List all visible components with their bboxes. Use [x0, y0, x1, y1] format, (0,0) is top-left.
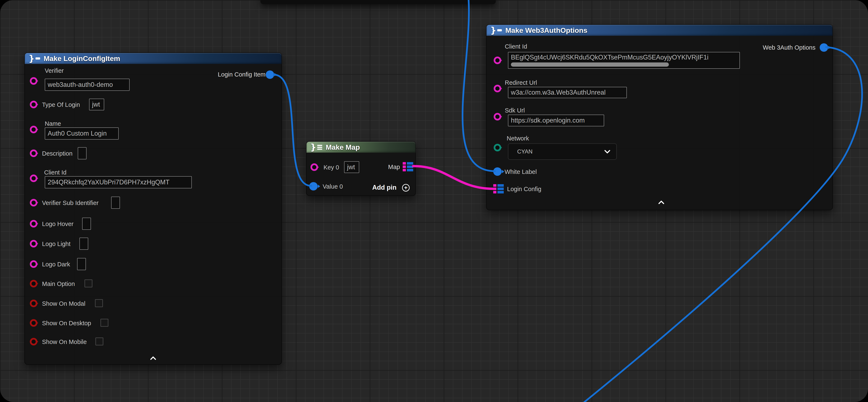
pin-verifier[interactable] — [30, 77, 37, 85]
textbox-verifier[interactable]: web3auth-auth0-demo — [45, 79, 130, 91]
textbox-verifier-sub-identifier[interactable] — [111, 197, 120, 209]
node-make-web3authoptions[interactable]: }Make Web3AuthOptionsClient IdBEglQSgt4c… — [486, 24, 833, 210]
checkbox-show-on-modal[interactable] — [95, 299, 103, 307]
label-type-of-login: Type Of Login — [42, 101, 80, 108]
map-pin-key-cell — [403, 166, 406, 168]
make-map-icon: } — [310, 143, 322, 151]
label-login-config-item: Login Config Item — [218, 71, 266, 78]
node-title: Make Map — [326, 143, 360, 151]
textbox-value: w3a://com.w3a.Web3AuthUnreal — [511, 89, 606, 96]
textbox-logo-hover[interactable] — [82, 218, 91, 230]
wire-make-map-map-to-make-web3authoptions-login-config[interactable] — [413, 166, 494, 189]
horizontal-scrollbar[interactable] — [511, 62, 669, 67]
label-name: Name — [45, 120, 61, 127]
map-pin-value-cell — [497, 184, 504, 187]
label-client-id: Client Id — [505, 43, 527, 50]
label-login-config: Login Config — [507, 185, 541, 193]
offscreen-node-fragment[interactable] — [260, 0, 496, 4]
label-sdk-url: Sdk Url — [505, 107, 525, 114]
label-value-0: Value 0 — [323, 183, 343, 190]
label-key-0: Key 0 — [323, 164, 339, 171]
struct-bar-glyph — [497, 29, 502, 31]
node-header-make-map[interactable]: }Make Map — [307, 142, 415, 153]
brace-glyph: } — [29, 54, 34, 63]
textbox-value: BEglQSgt4cUWcj6SKRdu5QkOXTsePmMcusG5EAoy… — [511, 54, 709, 61]
label-description: Description — [42, 150, 72, 157]
add-pin-button[interactable]: Add pin — [372, 184, 396, 191]
textbox-name[interactable]: Auth0 Custom Login — [45, 127, 119, 140]
textbox-logo-dark[interactable] — [77, 258, 86, 270]
checkbox-show-on-mobile[interactable] — [95, 338, 103, 345]
textbox-redirect-url[interactable]: w3a://com.w3a.Web3AuthUnreal — [508, 87, 627, 98]
pin-type-of-login[interactable] — [30, 101, 37, 108]
chevron-up-icon[interactable] — [658, 200, 664, 205]
pin-logo-hover[interactable] — [30, 220, 37, 228]
pin-redirect-url[interactable] — [494, 85, 501, 92]
pin-show-on-mobile[interactable] — [30, 338, 37, 345]
textbox-sdk-url[interactable]: https://sdk.openlogin.com — [508, 115, 604, 126]
pin-verifier-sub-identifier[interactable] — [30, 199, 37, 206]
list-line — [317, 147, 322, 148]
map-pin-key-cell — [493, 191, 496, 194]
textbox-logo-light[interactable] — [80, 237, 88, 250]
map-pin-key-cell — [403, 169, 406, 171]
label-logo-dark: Logo Dark — [42, 261, 70, 268]
pin-client-id[interactable] — [494, 57, 501, 64]
pin-map-map[interactable] — [403, 162, 413, 171]
struct-bar-glyph — [35, 57, 40, 59]
dropdown-network[interactable]: CYAN — [508, 143, 617, 160]
map-pin-key-cell — [493, 184, 496, 187]
pin-logo-light[interactable] — [30, 240, 37, 248]
pin-logo-dark[interactable] — [30, 260, 37, 268]
node-header-make-loginconfigitem[interactable]: }Make LoginConfigItem — [25, 53, 281, 64]
map-pin-key-cell — [403, 162, 406, 165]
node-make-map[interactable]: }Make MapKey 0jwtValue 0MapAdd pin+ — [306, 141, 416, 196]
textbox-value: 294QRkchfq2YaXUbPri7D6PH7xzHgQMT — [48, 178, 169, 186]
pin-show-on-modal[interactable] — [30, 299, 37, 307]
textbox-client-id[interactable]: 294QRkchfq2YaXUbPri7D6PH7xzHgQMT — [45, 176, 192, 189]
label-verifier-sub-identifier: Verifier Sub Identifier — [42, 200, 98, 206]
make-struct-icon: } — [490, 26, 502, 34]
checkbox-main-option[interactable] — [85, 280, 92, 287]
pin-client-id[interactable] — [30, 174, 37, 182]
textbox-value: https://sdk.openlogin.com — [511, 117, 585, 124]
label-client-id: Client Id — [44, 169, 66, 176]
map-pin-value-cell — [407, 169, 413, 171]
map-pin-value-cell — [407, 162, 413, 165]
pin-sdk-url[interactable] — [494, 113, 501, 120]
label-map: Map — [388, 164, 400, 171]
textbox-value: jwt — [92, 101, 100, 108]
label-web-3auth-options: Web 3Auth Options — [763, 44, 815, 51]
checkbox-show-on-desktop[interactable] — [100, 319, 108, 327]
blueprint-graph-canvas[interactable]: }Make LoginConfigItemVerifierweb3auth-au… — [0, 0, 868, 402]
label-network: Network — [507, 135, 529, 142]
pin-description[interactable] — [30, 149, 37, 157]
make-struct-icon: } — [29, 54, 40, 63]
label-logo-hover: Logo Hover — [42, 221, 73, 228]
chevron-down-icon — [604, 148, 611, 155]
textbox-type-of-login[interactable]: jwt — [89, 98, 104, 110]
pin-network[interactable] — [494, 144, 501, 151]
pin-key-0[interactable] — [310, 163, 318, 171]
textbox-key-0[interactable]: jwt — [344, 161, 359, 173]
chevron-up-icon[interactable] — [150, 356, 156, 361]
list-line — [317, 149, 322, 150]
label-main-option: Main Option — [42, 281, 75, 287]
label-show-on-desktop: Show On Desktop — [42, 320, 91, 327]
node-header-make-web3authoptions[interactable]: }Make Web3AuthOptions — [487, 25, 833, 36]
label-white-label: White Label — [504, 168, 537, 175]
label-show-on-modal: Show On Modal — [42, 300, 85, 307]
label-logo-light: Logo Light — [42, 240, 70, 248]
node-make-loginconfigitem[interactable]: }Make LoginConfigItemVerifierweb3auth-au… — [24, 53, 282, 365]
plus-circle-icon[interactable]: + — [402, 184, 410, 192]
pin-main-option[interactable] — [30, 280, 37, 287]
node-title: Make LoginConfigItem — [43, 54, 120, 63]
pin-show-on-desktop[interactable] — [30, 319, 37, 327]
textbox-client-id[interactable]: BEglQSgt4cUWcj6SKRdu5QkOXTsePmMcusG5EAoy… — [508, 52, 740, 69]
map-pin-value-cell — [497, 191, 504, 194]
label-redirect-url: Redirect Url — [505, 79, 537, 86]
pin-name[interactable] — [30, 126, 37, 133]
textbox-value: web3auth-auth0-demo — [48, 81, 113, 88]
label-show-on-mobile: Show On Mobile — [42, 339, 87, 345]
textbox-description[interactable] — [78, 147, 87, 160]
